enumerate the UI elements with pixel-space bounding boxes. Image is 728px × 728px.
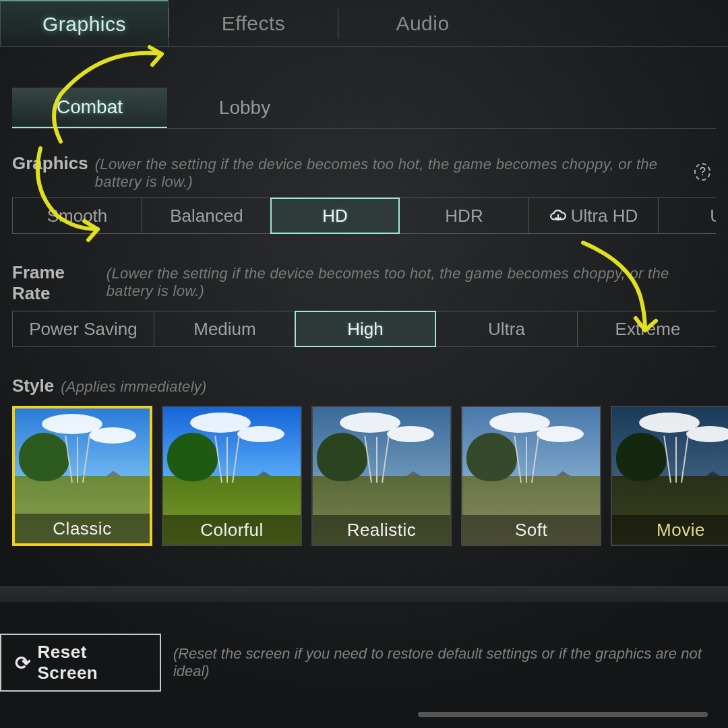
top-tab-bar: Graphics Effects Audio bbox=[0, 0, 728, 47]
option-medium[interactable]: Medium bbox=[154, 311, 295, 347]
option-ultra-hd[interactable]: Ultra HD bbox=[528, 198, 658, 234]
option-balanced[interactable]: Balanced bbox=[142, 198, 271, 234]
framerate-header: Frame Rate (Lower the setting if the dev… bbox=[12, 262, 716, 304]
subtab-lobby[interactable]: Lobby bbox=[167, 88, 322, 128]
style-classic[interactable]: Classic bbox=[12, 406, 152, 546]
style-realistic[interactable]: Realistic bbox=[311, 406, 452, 546]
tab-graphics[interactable]: Graphics bbox=[0, 0, 169, 47]
style-hint: (Applies immediately) bbox=[61, 378, 207, 396]
option-uhd[interactable]: UH bbox=[658, 198, 716, 234]
option-ultra-hd-label: Ultra HD bbox=[571, 206, 638, 226]
style-header: Style (Applies immediately) bbox=[12, 375, 716, 396]
reset-button[interactable]: ⟲ Reset Screen bbox=[0, 634, 161, 692]
help-icon[interactable]: ? bbox=[694, 163, 710, 181]
option-hdr[interactable]: HDR bbox=[399, 198, 528, 234]
framerate-hint: (Lower the setting if the device becomes… bbox=[107, 265, 716, 300]
framerate-title: Frame Rate bbox=[12, 262, 100, 304]
style-title: Style bbox=[12, 375, 54, 396]
graphics-options: Smooth Balanced HD HDR Ultra HD UH bbox=[12, 198, 716, 234]
graphics-hint: (Lower the setting if the device becomes… bbox=[95, 156, 688, 191]
style-label: Classic bbox=[15, 514, 150, 543]
reset-label: Reset Screen bbox=[38, 642, 146, 684]
option-extreme[interactable]: Extreme bbox=[577, 311, 716, 347]
reset-hint: (Reset the screen if you need to restore… bbox=[173, 645, 716, 680]
sub-tab-bar: Combat Lobby bbox=[12, 88, 716, 129]
style-label: Soft bbox=[462, 515, 600, 545]
style-label: Realistic bbox=[313, 515, 450, 545]
style-label: Colorful bbox=[163, 515, 301, 545]
style-colorful[interactable]: Colorful bbox=[162, 406, 302, 546]
subtab-combat[interactable]: Combat bbox=[12, 88, 167, 128]
option-ultra[interactable]: Ultra bbox=[435, 311, 577, 347]
graphics-title: Graphics bbox=[12, 153, 88, 174]
tab-effects[interactable]: Effects bbox=[169, 0, 338, 47]
style-tiles: Classic Colorful Realistic Soft Movie bbox=[12, 406, 716, 546]
option-hd[interactable]: HD bbox=[270, 198, 400, 234]
style-movie[interactable]: Movie bbox=[611, 406, 728, 546]
option-high[interactable]: High bbox=[295, 311, 436, 347]
undo-icon: ⟲ bbox=[15, 652, 31, 674]
section-divider bbox=[0, 586, 728, 603]
style-label: Movie bbox=[612, 515, 728, 545]
graphics-header: Graphics (Lower the setting if the devic… bbox=[12, 153, 716, 191]
style-soft[interactable]: Soft bbox=[461, 406, 601, 546]
horizontal-scrollbar[interactable] bbox=[418, 712, 708, 717]
cloud-download-icon bbox=[549, 209, 567, 222]
option-smooth[interactable]: Smooth bbox=[12, 198, 142, 234]
option-power-saving[interactable]: Power Saving bbox=[12, 311, 154, 347]
framerate-options: Power Saving Medium High Ultra Extreme bbox=[12, 311, 716, 347]
reset-row: ⟲ Reset Screen (Reset the screen if you … bbox=[0, 634, 716, 692]
tab-audio[interactable]: Audio bbox=[338, 0, 507, 47]
